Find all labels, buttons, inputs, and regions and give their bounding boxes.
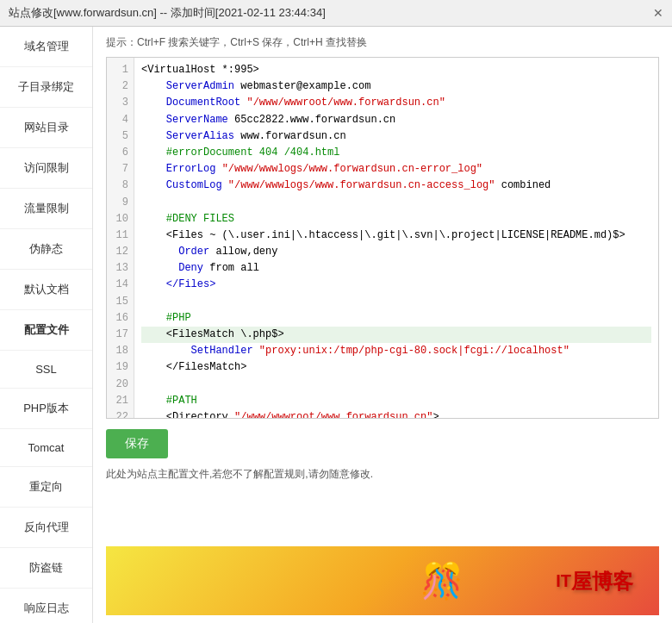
code-line-13: Deny from all — [141, 260, 651, 277]
line-number-15: 15 — [112, 294, 128, 310]
line-number-9: 9 — [112, 195, 128, 211]
code-line-2: ServerAdmin webmaster@example.com — [141, 78, 651, 95]
line-number-22: 22 — [112, 409, 128, 419]
sidebar-item-11[interactable]: 重定向 — [0, 467, 92, 508]
footer-text: IT屋博客 — [556, 566, 659, 595]
sidebar-item-14[interactable]: 响应日志 — [0, 589, 92, 623]
code-line-1: <VirtualHost *:995> — [141, 62, 651, 78]
sidebar-item-10[interactable]: Tomcat — [0, 429, 92, 467]
line-number-4: 4 — [112, 112, 128, 128]
line-number-16: 16 — [112, 310, 128, 327]
line-number-5: 5 — [112, 128, 128, 145]
close-button[interactable]: ✕ — [653, 6, 663, 20]
footer-banner: 🎊 IT屋博客 — [106, 546, 659, 615]
line-number-3: 3 — [112, 95, 128, 111]
line-number-19: 19 — [112, 359, 128, 376]
code-line-19: </FilesMatch> — [141, 359, 651, 376]
sidebar-item-5[interactable]: 伪静态 — [0, 229, 92, 270]
sidebar-item-2[interactable]: 网站目录 — [0, 108, 92, 148]
code-line-18: SetHandler "proxy:unix:/tmp/php-cgi-80.s… — [141, 343, 651, 359]
line-number-12: 12 — [112, 244, 128, 260]
line-number-13: 13 — [112, 260, 128, 277]
line-number-17: 17 — [112, 327, 128, 343]
sidebar-item-3[interactable]: 访问限制 — [0, 148, 92, 189]
code-line-12: Order allow,deny — [141, 244, 651, 260]
code-line-15 — [141, 294, 651, 310]
sidebar-item-6[interactable]: 默认文档 — [0, 270, 92, 310]
code-line-20 — [141, 377, 651, 393]
line-number-20: 20 — [112, 377, 128, 393]
line-number-11: 11 — [112, 227, 128, 244]
code-line-16: #PHP — [141, 310, 651, 327]
line-numbers: 12345678910111213141516171819202122 — [107, 58, 134, 418]
hint-bar: 提示：Ctrl+F 搜索关键字，Ctrl+S 保存，Ctrl+H 查找替换 — [106, 35, 659, 50]
warning-text: 此处为站点主配置文件,若您不了解配置规则,请勿随意修改. — [106, 467, 659, 482]
line-number-14: 14 — [112, 277, 128, 293]
title-text: 站点修改[www.forwardsun.cn] -- 添加时间[2021-02-… — [9, 5, 326, 21]
code-line-5: ServerAlias www.forwardsun.cn — [141, 128, 651, 145]
code-line-8: CustomLog "/www/wwwlogs/www.forwardsun.c… — [141, 178, 651, 194]
sidebar-item-8[interactable]: SSL — [0, 351, 92, 389]
sidebar-item-12[interactable]: 反向代理 — [0, 508, 92, 548]
line-number-1: 1 — [112, 62, 128, 78]
code-line-14: </Files> — [141, 277, 651, 293]
main-content: 提示：Ctrl+F 搜索关键字，Ctrl+S 保存，Ctrl+H 查找替换 12… — [93, 27, 672, 623]
code-line-7: ErrorLog "/www/wwwlogs/www.forwardsun.cn… — [141, 161, 651, 178]
code-line-6: #errorDocument 404 /404.html — [141, 145, 651, 161]
line-number-2: 2 — [112, 78, 128, 95]
code-line-4: ServerName 65cc2822.www.forwardsun.cn — [141, 112, 651, 128]
line-number-7: 7 — [112, 161, 128, 178]
sidebar-item-1[interactable]: 子目录绑定 — [0, 67, 92, 108]
code-line-17: <FilesMatch \.php$> — [141, 327, 651, 343]
code-line-11: <Files ~ (\.user.ini|\.htaccess|\.git|\.… — [141, 227, 651, 244]
line-number-18: 18 — [112, 343, 128, 359]
main-layout: 域名管理子目录绑定网站目录访问限制流量限制伪静态默认文档配置文件SSLPHP版本… — [0, 27, 672, 623]
sidebar-item-9[interactable]: PHP版本 — [0, 389, 92, 429]
code-line-9 — [141, 195, 651, 211]
save-button[interactable]: 保存 — [106, 429, 168, 458]
sidebar-item-13[interactable]: 防盗链 — [0, 548, 92, 589]
code-content[interactable]: <VirtualHost *:995> ServerAdmin webmaste… — [134, 58, 658, 418]
line-number-6: 6 — [112, 145, 128, 161]
title-bar: 站点修改[www.forwardsun.cn] -- 添加时间[2021-02-… — [0, 0, 672, 27]
sidebar-item-4[interactable]: 流量限制 — [0, 189, 92, 229]
line-number-10: 10 — [112, 211, 128, 227]
sidebar-item-0[interactable]: 域名管理 — [0, 27, 92, 67]
code-line-3: DocumentRoot "/www/wwwroot/www.forwardsu… — [141, 95, 651, 111]
code-line-10: #DENY FILES — [141, 211, 651, 227]
code-editor[interactable]: 12345678910111213141516171819202122 <Vir… — [106, 57, 659, 419]
sidebar-item-7[interactable]: 配置文件 — [0, 310, 92, 351]
line-number-8: 8 — [112, 178, 128, 194]
code-line-21: #PATH — [141, 393, 651, 409]
code-line-22: <Directory "/www/wwwroot/www.forwardsun.… — [141, 409, 651, 418]
footer-icon: 🎊 — [416, 546, 468, 615]
sidebar: 域名管理子目录绑定网站目录访问限制流量限制伪静态默认文档配置文件SSLPHP版本… — [0, 27, 93, 623]
line-number-21: 21 — [112, 393, 128, 409]
